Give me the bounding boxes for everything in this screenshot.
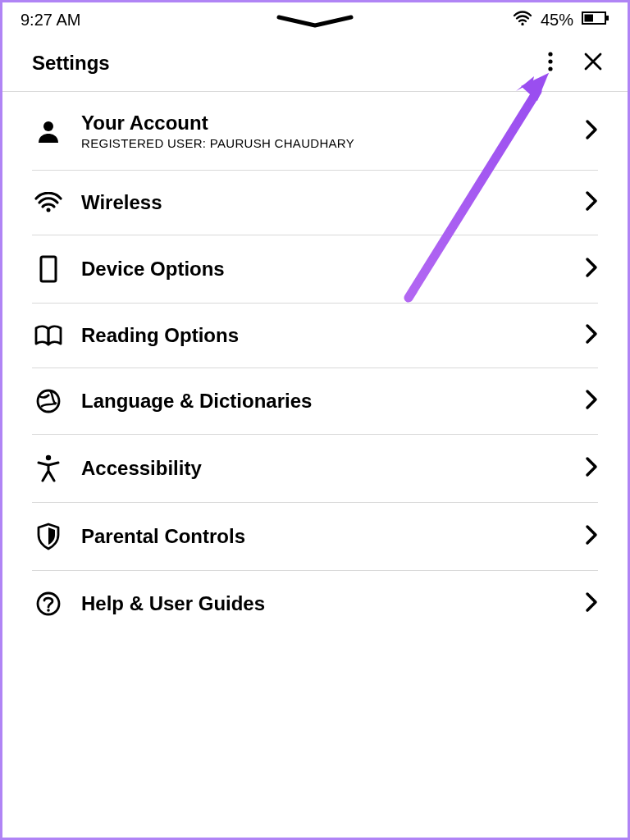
settings-row-language-dictionaries[interactable]: Language & Dictionaries — [32, 368, 598, 435]
row-title: Parental Controls — [81, 525, 577, 548]
chevron-right-icon — [585, 257, 598, 281]
wifi-icon — [32, 192, 65, 213]
wifi-icon — [513, 11, 532, 30]
row-title: Wireless — [81, 191, 577, 214]
tablet-icon — [32, 255, 65, 283]
screen-frame: 9:27 AM 45% Settin — [0, 0, 630, 840]
accessibility-icon — [32, 454, 65, 482]
svg-point-6 — [548, 66, 552, 71]
pull-down-handle-icon[interactable] — [274, 14, 356, 32]
battery-icon — [582, 11, 609, 30]
svg-point-7 — [43, 121, 53, 131]
row-title: Reading Options — [81, 324, 577, 347]
settings-list: Your Account REGISTERED USER: PAURUSH CH… — [2, 92, 628, 637]
svg-point-10 — [38, 390, 59, 412]
close-icon — [583, 52, 603, 74]
shield-icon — [32, 523, 65, 550]
book-icon — [32, 324, 65, 347]
svg-point-13 — [47, 609, 50, 612]
svg-point-4 — [548, 52, 552, 56]
settings-row-your-account[interactable]: Your Account REGISTERED USER: PAURUSH CH… — [32, 92, 598, 171]
chevron-right-icon — [585, 190, 598, 215]
status-time: 9:27 AM — [21, 11, 80, 30]
more-options-button[interactable] — [547, 51, 554, 75]
svg-rect-9 — [41, 257, 56, 281]
svg-point-5 — [548, 59, 552, 63]
row-title: Your Account — [81, 112, 577, 135]
help-icon — [32, 591, 65, 617]
settings-row-wireless[interactable]: Wireless — [32, 171, 598, 235]
chevron-right-icon — [585, 456, 598, 481]
row-title: Device Options — [81, 258, 577, 281]
row-title: Accessibility — [81, 457, 577, 480]
globe-icon — [32, 388, 65, 414]
row-title: Language & Dictionaries — [81, 390, 577, 413]
user-icon — [32, 118, 65, 144]
row-title: Help & User Guides — [81, 592, 577, 615]
battery-percent: 45% — [541, 11, 573, 30]
settings-row-help-guides[interactable]: Help & User Guides — [32, 571, 598, 637]
svg-point-11 — [46, 455, 51, 460]
svg-rect-2 — [585, 15, 594, 22]
svg-rect-3 — [606, 16, 609, 21]
page-title: Settings — [32, 52, 110, 75]
more-vertical-icon — [547, 51, 554, 75]
chevron-right-icon — [585, 119, 598, 144]
chevron-right-icon — [585, 591, 598, 616]
close-button[interactable] — [583, 52, 603, 74]
settings-row-accessibility[interactable]: Accessibility — [32, 435, 598, 503]
row-subtitle: REGISTERED USER: PAURUSH CHAUDHARY — [81, 136, 577, 150]
header: Settings — [2, 36, 628, 91]
settings-row-reading-options[interactable]: Reading Options — [32, 304, 598, 368]
chevron-right-icon — [585, 524, 598, 549]
settings-row-device-options[interactable]: Device Options — [32, 235, 598, 304]
chevron-right-icon — [585, 389, 598, 413]
settings-row-parental-controls[interactable]: Parental Controls — [32, 503, 598, 571]
svg-point-8 — [47, 208, 51, 212]
svg-point-0 — [521, 23, 523, 25]
status-right: 45% — [513, 11, 609, 30]
chevron-right-icon — [585, 323, 598, 348]
